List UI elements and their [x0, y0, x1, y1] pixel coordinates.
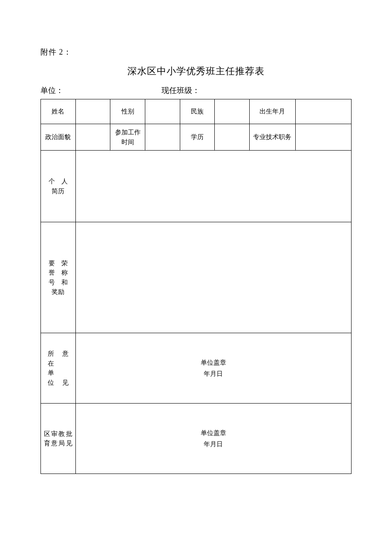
- field-bureau-opinion[interactable]: 单位盖章 年月日: [75, 404, 351, 474]
- field-work-start[interactable]: [145, 124, 180, 151]
- bureau-char: 审: [51, 429, 58, 439]
- label-honor-line1: 要 荣: [43, 259, 73, 268]
- recommendation-form-table: 姓名 性别 民族 出生年月 政治面貌 参加工作时间 学历 专业技术职务 个 人 …: [40, 99, 352, 474]
- field-resume[interactable]: [75, 151, 351, 222]
- label-honor-line3: 号 和: [43, 278, 73, 288]
- label-political: 政治面貌: [41, 124, 76, 151]
- table-row: 要 荣 誉 称 号 和 奖励: [41, 222, 352, 333]
- label-name: 姓名: [41, 99, 76, 124]
- unit-op-char: 在: [43, 359, 58, 369]
- bureau-char: 意: [51, 439, 58, 448]
- label-unit-opinion: 所 在 单 位 意 见: [41, 333, 76, 404]
- field-ethnicity[interactable]: [215, 99, 250, 124]
- field-honor[interactable]: [75, 222, 351, 333]
- field-tech-title[interactable]: [295, 124, 351, 151]
- stamp-text: 单位盖章: [78, 428, 349, 438]
- table-row: 姓名 性别 民族 出生年月: [41, 99, 352, 124]
- table-row: 区 育 审 意 教 局 批 见 单位盖章 年月日: [41, 404, 352, 474]
- date-text: 年月日: [78, 369, 349, 379]
- attachment-label: 附件 2：: [40, 47, 352, 57]
- field-name[interactable]: [75, 99, 110, 124]
- field-birth[interactable]: [295, 99, 351, 124]
- bureau-char: 育: [43, 439, 51, 448]
- meta-row: 单位： 现任班级：: [40, 85, 352, 96]
- table-row: 个 人 简历: [41, 151, 352, 222]
- unit-op-char: [58, 368, 72, 378]
- field-gender[interactable]: [145, 99, 180, 124]
- field-education[interactable]: [215, 124, 250, 151]
- unit-op-char: 位: [43, 378, 58, 388]
- table-row: 政治面貌 参加工作时间 学历 专业技术职务: [41, 124, 352, 151]
- label-honor-line4: 奖励: [43, 287, 73, 297]
- unit-op-char: 所: [43, 349, 58, 359]
- label-honor-line2: 誉 称: [43, 268, 73, 278]
- field-political[interactable]: [75, 124, 110, 151]
- unit-op-char: [58, 359, 72, 369]
- bureau-char: 教: [58, 429, 65, 439]
- bureau-char: 区: [43, 429, 51, 439]
- label-honor: 要 荣 誉 称 号 和 奖励: [41, 222, 76, 333]
- bureau-char: 见: [65, 439, 72, 448]
- document-title: 深水区中小学优秀班主任推荐表: [40, 65, 352, 78]
- meta-class-label: 现任班级：: [161, 85, 200, 96]
- bureau-char: 批: [65, 429, 72, 439]
- label-education: 学历: [180, 124, 215, 151]
- field-unit-opinion[interactable]: 单位盖章 年月日: [75, 333, 351, 404]
- unit-op-char: 见: [58, 378, 72, 388]
- label-resume-line1: 个 人: [43, 177, 73, 186]
- unit-op-char: 单: [43, 368, 58, 378]
- table-row: 所 在 单 位 意 见 单位盖章 年月日: [41, 333, 352, 404]
- stamp-text: 单位盖章: [78, 358, 349, 368]
- label-ethnicity: 民族: [180, 99, 215, 124]
- label-resume-line2: 简历: [43, 186, 73, 196]
- unit-op-char: 意: [58, 349, 72, 359]
- label-work-start: 参加工作时间: [110, 124, 145, 151]
- label-bureau-opinion: 区 育 审 意 教 局 批 见: [41, 404, 76, 474]
- meta-unit-label: 单位：: [40, 85, 63, 96]
- label-resume: 个 人 简历: [41, 151, 76, 222]
- bureau-char: 局: [58, 439, 65, 448]
- label-gender: 性别: [110, 99, 145, 124]
- label-birth: 出生年月: [249, 99, 295, 124]
- label-tech-title: 专业技术职务: [249, 124, 295, 151]
- date-text: 年月日: [78, 439, 349, 449]
